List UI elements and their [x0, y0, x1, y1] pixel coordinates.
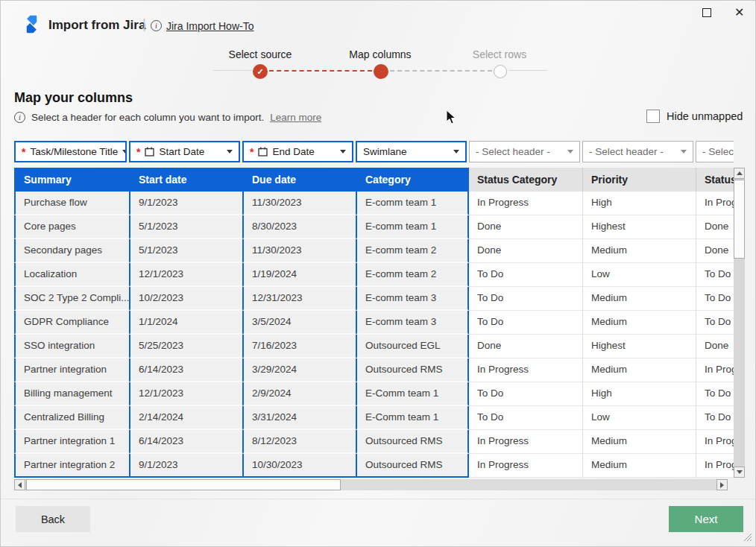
arrow-right-icon: [720, 482, 724, 488]
table-cell: To Do: [696, 287, 734, 311]
table-row: Partner integration 29/1/202310/30/2023O…: [14, 454, 734, 478]
step-label-select-source: Select source: [229, 48, 292, 60]
table-cell: 9/1/2023: [129, 454, 242, 478]
jira-howto-link[interactable]: Jira Import How-To: [166, 20, 253, 32]
scroll-left-button[interactable]: [14, 479, 25, 490]
table-cell: 3/29/2024: [242, 358, 356, 382]
scroll-down-button[interactable]: [734, 467, 745, 478]
chevron-down-icon: [453, 150, 459, 154]
step-done-indicator[interactable]: ✓: [253, 64, 268, 79]
vertical-scrollbar[interactable]: [734, 168, 745, 478]
hide-unmapped-toggle[interactable]: Hide unmapped: [646, 110, 743, 123]
mapping-dropdown-task-title[interactable]: * Task/Milestone Title: [14, 141, 127, 162]
table-cell: 7/16/2023: [242, 335, 356, 358]
page-title: Map your columns: [14, 90, 133, 106]
table-cell: In Progress: [469, 358, 582, 382]
horizontal-scrollbar-thumb[interactable]: [26, 479, 341, 490]
table-cell: 5/1/2023: [129, 215, 242, 239]
table-cell: In Progress: [696, 358, 734, 382]
scroll-up-button[interactable]: [734, 168, 745, 179]
table-cell: Done: [469, 215, 582, 239]
resize-grip[interactable]: [743, 533, 752, 542]
vertical-scrollbar-thumb[interactable]: [734, 180, 745, 259]
table-row: Purchase flow9/1/202311/30/2023E-comm te…: [14, 192, 734, 215]
title-divider: |: [142, 16, 146, 32]
table-cell: To Do: [469, 263, 582, 287]
table-cell: 1/1/2024: [129, 311, 242, 335]
table-cell: Medium: [582, 430, 696, 454]
info-icon: i: [14, 112, 25, 123]
back-button[interactable]: Back: [16, 506, 90, 532]
learn-more-link[interactable]: Learn more: [270, 112, 321, 123]
mapping-dropdown-unmapped-2[interactable]: - Select header -: [582, 141, 693, 162]
table-cell: Partner integration 1: [14, 430, 129, 454]
table-cell: 5/1/2023: [129, 239, 242, 263]
column-header-status-category: Status Category: [469, 168, 582, 192]
horizontal-scrollbar[interactable]: [14, 479, 728, 490]
hide-unmapped-checkbox[interactable]: [646, 110, 660, 123]
table-cell: Partner integration 2: [14, 454, 129, 478]
mapping-dropdown-end-date[interactable]: * End Date: [242, 141, 353, 162]
table-cell: E-comm team 1: [356, 215, 469, 239]
table-cell: Core pages: [14, 215, 129, 239]
required-asterisk: *: [22, 146, 25, 158]
table-cell: 11/30/2023: [242, 239, 356, 263]
step-upcoming-indicator[interactable]: [494, 65, 507, 78]
mapping-dropdown-unmapped-3[interactable]: - Select header -: [696, 141, 734, 162]
table-cell: Medium: [582, 311, 696, 335]
step-active-indicator[interactable]: [374, 64, 388, 79]
mapping-dropdown-swimlane[interactable]: Swimlane: [356, 141, 467, 162]
table-cell: 3/5/2024: [242, 311, 356, 335]
table-cell: High: [582, 382, 696, 406]
table-cell: 8/12/2023: [242, 430, 356, 454]
table-row: GDPR Compliance1/1/20243/5/2024E-comm te…: [14, 311, 734, 335]
stepper-line: [508, 70, 547, 71]
table-cell: To Do: [696, 382, 734, 406]
table-cell: To Do: [469, 311, 582, 335]
table-cell: In Progress: [696, 192, 734, 215]
next-button[interactable]: Next: [669, 506, 743, 532]
stepper-line: [213, 70, 252, 71]
table-cell: Billing management: [14, 382, 129, 406]
table-cell: 12/1/2023: [129, 263, 242, 287]
table-cell: 10/2/2023: [129, 287, 242, 311]
mapping-dropdown-unmapped-1[interactable]: - Select header -: [469, 141, 580, 162]
footer-divider: [1, 499, 756, 499]
maximize-button[interactable]: [702, 8, 711, 17]
arrow-up-icon: [737, 171, 743, 175]
table-cell: Outsourced RMS: [356, 430, 469, 454]
close-button[interactable]: ✕: [734, 6, 744, 19]
table-row: Secondary pages5/1/202311/30/2023E-comm …: [14, 239, 734, 263]
instruction-text: Select a header for each column you want…: [31, 112, 264, 123]
table-cell: Outsourced RMS: [356, 454, 469, 478]
table-cell: In Progress: [469, 192, 582, 215]
table-cell: 9/1/2023: [129, 192, 242, 215]
table-cell: SOC 2 Type 2 Compli...: [14, 287, 129, 311]
column-header-priority: Priority: [582, 168, 696, 192]
dropdown-placeholder: - Select header -: [702, 146, 734, 157]
stepper-line-done: [269, 70, 372, 72]
table-cell: 8/30/2023: [242, 215, 356, 239]
table-cell: 12/31/2023: [242, 287, 356, 311]
table-cell: 1/19/2024: [242, 263, 356, 287]
scroll-right-button[interactable]: [716, 479, 728, 490]
mapping-dropdown-start-date[interactable]: * Start Date: [129, 141, 240, 162]
table-cell: SSO integration: [14, 335, 129, 358]
table-row: Centralized Billing2/14/20243/31/2024E-C…: [14, 406, 734, 430]
table-cell: Done: [469, 335, 582, 358]
table-cell: Purchase flow: [14, 192, 129, 215]
table-cell: In Progress: [469, 430, 582, 454]
table-cell: E-comm team 3: [356, 287, 469, 311]
arrow-down-icon: [737, 470, 743, 474]
chevron-down-icon: [567, 150, 573, 154]
dropdown-placeholder: - Select header -: [589, 146, 664, 157]
arrow-left-icon: [18, 482, 22, 488]
chevron-down-icon: [340, 150, 346, 154]
table-cell: 6/14/2023: [129, 358, 242, 382]
table-row: SSO integration5/25/20237/16/2023Outsour…: [14, 335, 734, 358]
table-cell: Low: [582, 406, 696, 430]
table-row: Partner integration6/14/20233/29/2024Out…: [14, 358, 734, 382]
step-label-select-rows: Select rows: [473, 48, 526, 60]
import-from-jira-window: Import from Jira | i Jira Import How-To …: [0, 0, 756, 547]
required-asterisk: *: [250, 146, 253, 158]
